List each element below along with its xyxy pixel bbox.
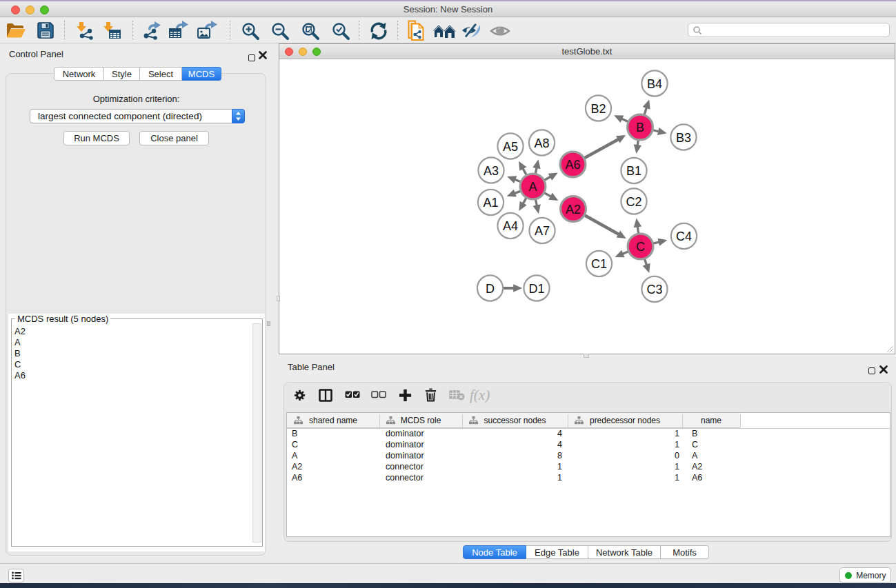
svg-text:B2: B2	[590, 102, 606, 116]
svg-text:A5: A5	[503, 140, 518, 154]
svg-text:A4: A4	[503, 219, 518, 233]
svg-text:A2: A2	[566, 203, 581, 216]
svg-text:A3: A3	[484, 164, 499, 178]
svg-text:A1: A1	[483, 196, 498, 210]
svg-text:D1: D1	[528, 282, 544, 296]
svg-text:C2: C2	[626, 195, 641, 209]
svg-text:A7: A7	[535, 224, 550, 238]
svg-text:B: B	[636, 121, 644, 134]
svg-text:B3: B3	[676, 131, 691, 145]
svg-text:C3: C3	[646, 283, 662, 296]
svg-text:C: C	[636, 240, 645, 254]
svg-text:B1: B1	[626, 164, 641, 178]
svg-text:A8: A8	[534, 136, 549, 150]
svg-text:B4: B4	[647, 77, 662, 91]
svg-text:D: D	[486, 282, 495, 296]
svg-text:C1: C1	[591, 257, 607, 271]
svg-text:A6: A6	[565, 158, 580, 172]
svg-text:C4: C4	[676, 230, 692, 243]
svg-text:A: A	[528, 180, 537, 194]
